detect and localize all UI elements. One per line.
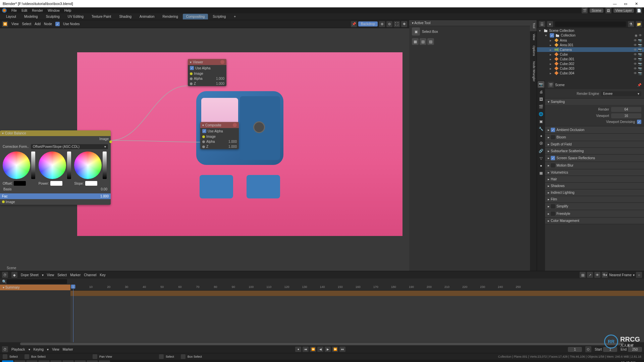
cb-image-out-socket[interactable] [109, 140, 112, 143]
obj-render-icon[interactable]: 📷 [638, 67, 642, 70]
ptab-particle[interactable]: ✦ [538, 133, 544, 139]
props-section-header[interactable]: ▸Color Management [545, 218, 644, 224]
jump-start-button[interactable]: ⏮ [303, 347, 309, 352]
comp-menu-select[interactable]: Select [22, 22, 32, 26]
menu-help[interactable]: Help [64, 9, 71, 12]
cb-basis-val[interactable]: 0.00 [101, 187, 107, 191]
obj-eye-icon[interactable]: 👁 [634, 67, 637, 70]
outliner-item[interactable]: ▸ Cube.001 👁📷 [537, 57, 644, 61]
new-viewlayer-button[interactable]: 📄 [636, 7, 642, 13]
ptab-constraint[interactable]: 🔗 [538, 147, 544, 154]
cb-power-slider[interactable] [67, 152, 71, 179]
coll-eye-icon[interactable]: 👁 [639, 34, 642, 37]
dope-hidden-toggle[interactable]: 👁 [594, 272, 600, 278]
vtab-options[interactable]: Options [530, 43, 537, 59]
dope-filter-dropdown[interactable]: ⚗▾ [602, 272, 608, 278]
ptab-physics[interactable]: ⦿ [538, 140, 544, 147]
compositor-canvas[interactable]: ▾Viewer ✓Use Alpha Image Alpha1.000 Z1.0… [0, 28, 409, 271]
tl-keying[interactable]: Keying [34, 348, 44, 351]
window-min-button[interactable]: — [610, 2, 620, 6]
composite-preview-icon[interactable] [233, 123, 237, 127]
props-section-header[interactable]: ▸✓Ambient Occlusion [545, 126, 644, 133]
obj-render-icon[interactable]: 📷 [638, 39, 642, 42]
taskbar-chrome-icon[interactable]: 🌐 [38, 360, 50, 362]
dope-summary-track[interactable] [70, 291, 644, 296]
sampling-header[interactable]: ▾Sampling [545, 99, 644, 105]
obj-render-icon[interactable]: 📷 [638, 48, 642, 52]
viewlayer-selector[interactable]: View Layer [613, 8, 634, 13]
outliner-item[interactable]: ▸ Cube 👁📷 [537, 52, 644, 57]
tool-mode-icon-1[interactable]: ▦ [412, 38, 419, 45]
ws-scripting[interactable]: Scripting [209, 14, 229, 19]
ws-modeling[interactable]: Modeling [21, 14, 41, 19]
obj-eye-icon[interactable]: 👁 [634, 53, 637, 56]
dope-menu-channel[interactable]: Channel [84, 273, 96, 277]
composite-alpha-check[interactable]: ✓ [202, 129, 206, 133]
play-button[interactable]: ▶ [325, 347, 331, 352]
dope-proportional-toggle[interactable]: ○ [636, 272, 642, 278]
viewer-node[interactable]: ▾Viewer ✓Use Alpha Image Alpha1.000 Z1.0… [188, 59, 226, 86]
ws-layout[interactable]: Layout [3, 14, 19, 19]
props-section-header[interactable]: ▸Freestyle [545, 210, 644, 217]
taskbar-app-icon-2[interactable]: 📊 [62, 360, 74, 362]
obj-render-icon[interactable]: 📷 [638, 62, 642, 66]
color-balance-node[interactable]: ▾Color Balance Image Correction Form.. O… [0, 130, 111, 205]
pin-icon[interactable]: 📌 [351, 21, 357, 27]
ws-uv[interactable]: UV Editing [64, 14, 87, 19]
dope-ruler[interactable]: 0102030405060708090100110120130140150160… [70, 285, 644, 291]
cb-offset-swatch[interactable] [14, 181, 26, 186]
cb-fac-slider[interactable]: Fac1.000 [0, 193, 111, 199]
composite-z-socket[interactable] [202, 145, 205, 148]
start-button[interactable]: ⊞ [2, 360, 13, 362]
cb-formula-dropdown[interactable]: Offset/Power/Slope (ASC-CDL)▾ [31, 144, 108, 149]
obj-eye-icon[interactable]: 👁 [634, 39, 637, 42]
props-section-header[interactable]: ▸Shadows [545, 183, 644, 189]
ws-shading[interactable]: Shading [116, 14, 135, 19]
ptab-data[interactable]: ▽ [538, 155, 544, 162]
section-check[interactable] [551, 135, 555, 139]
preview-range-button[interactable]: ⏲ [585, 346, 591, 352]
obj-eye-icon[interactable]: 👁 [634, 43, 637, 47]
backdrop-zoom-out[interactable]: ⊖ [386, 21, 392, 27]
ptab-modifier[interactable]: 🔧 [538, 125, 544, 132]
obj-render-icon[interactable]: 📷 [638, 71, 642, 75]
ptab-scene[interactable]: 🎬 [538, 103, 544, 110]
taskbar-app-icon-1[interactable]: 🗔 [50, 360, 62, 362]
props-section-header[interactable]: ▸Motion Blur [545, 162, 644, 169]
viewer-alpha-check[interactable]: ✓ [190, 66, 194, 70]
obj-eye-icon[interactable]: 👁 [634, 48, 637, 52]
ws-sculpting[interactable]: Sculpting [43, 14, 63, 19]
ws-animation[interactable]: Animation [136, 14, 158, 19]
comp-menu-view[interactable]: View [11, 22, 19, 26]
obj-render-icon[interactable]: 📷 [638, 57, 642, 61]
outliner-tree[interactable]: ▾Scene Collection ▾✓Collection◉👁 ▸ Area … [537, 28, 644, 80]
taskbar-explorer-icon[interactable]: 📁 [26, 360, 38, 362]
taskbar-search-icon[interactable]: 🔍 [14, 360, 25, 362]
cb-slope-swatch[interactable] [85, 181, 97, 186]
dope-sel-only-toggle[interactable]: ↗ [587, 272, 593, 278]
dope-playhead[interactable]: 1 [73, 285, 73, 342]
outliner-display-dropdown[interactable]: ▾ [547, 21, 553, 27]
scene-selector[interactable]: Scene [590, 8, 603, 13]
props-section-header[interactable]: ▸Indirect Lighting [545, 189, 644, 196]
comp-menu-node[interactable]: Node [44, 22, 52, 26]
play-rev-button[interactable]: ◀ [317, 347, 323, 352]
obj-eye-icon[interactable]: 👁 [634, 57, 637, 61]
outliner-item[interactable]: ▸ Camera 👁📷 [537, 47, 644, 52]
outliner-item[interactable]: ▸ Cube.004 👁📷 [537, 71, 644, 75]
autokey-button[interactable]: ● [295, 347, 301, 352]
backdrop-zoom-in[interactable]: ⊕ [379, 21, 385, 27]
ptab-render[interactable]: 📷 [538, 81, 544, 88]
ws-compositing[interactable]: Compositing [183, 14, 208, 19]
section-check[interactable] [551, 204, 555, 208]
outliner-item[interactable]: ▸ Area 👁📷 [537, 38, 644, 43]
vtab-tool[interactable]: Tool [530, 20, 537, 31]
section-check[interactable]: ✓ [551, 156, 555, 160]
coll-exclude-icon[interactable]: ◉ [635, 34, 638, 37]
viewer-image-socket[interactable] [190, 72, 193, 75]
props-section-header[interactable]: ▸Volumetrics [545, 169, 644, 176]
tl-playback[interactable]: Playback [11, 348, 25, 351]
cb-offset-wheel[interactable] [3, 152, 30, 179]
render-samples-field[interactable]: 64 [611, 107, 641, 112]
viewer-alpha-socket[interactable] [190, 77, 193, 80]
